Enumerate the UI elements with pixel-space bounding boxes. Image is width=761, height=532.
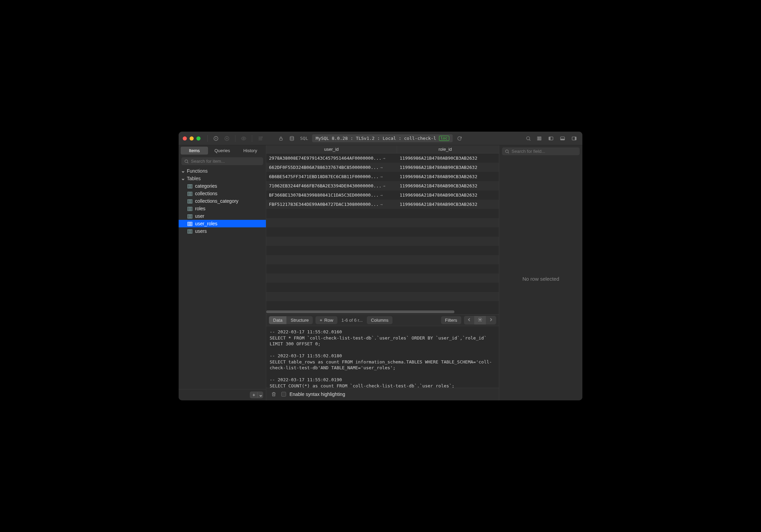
arrow-right-icon: → bbox=[380, 202, 383, 207]
sidebar-tabs: Items Queries History bbox=[179, 145, 266, 156]
grid-body[interactable]: 2978A38008E74E979143C457951464AF0000000.… bbox=[266, 154, 499, 309]
column-header-user_id[interactable]: user_id bbox=[266, 145, 397, 153]
cell-user-id[interactable]: 6B6BE5475FF3471EBD18D87EC6C8B11F000000..… bbox=[266, 174, 397, 179]
arrow-right-icon: → bbox=[380, 174, 383, 179]
tree-item-roles[interactable]: roles bbox=[179, 205, 266, 212]
arrow-right-icon: → bbox=[383, 156, 385, 161]
table-row[interactable]: 662DF0F55D324B06A7886337674BC850000000..… bbox=[266, 163, 499, 172]
cell-role-id[interactable]: 11996986A21B4780AB90CB3AB2632 bbox=[397, 165, 493, 170]
eye-icon[interactable] bbox=[240, 134, 248, 143]
bolt-icon[interactable] bbox=[212, 134, 220, 143]
grid-header: user_idrole_id bbox=[266, 145, 499, 154]
tree-item-collections_category[interactable]: collections_category bbox=[179, 197, 266, 205]
data-structure-segment: Data Structure bbox=[269, 316, 313, 324]
column-header-role_id[interactable]: role_id bbox=[397, 145, 493, 153]
syntax-highlight-checkbox[interactable] bbox=[281, 392, 286, 397]
next-page-button[interactable] bbox=[486, 316, 496, 324]
lock-icon[interactable] bbox=[277, 134, 285, 143]
cell-role-id[interactable]: 11996986A21B4780AB90CB3AB2632 bbox=[397, 202, 493, 207]
scrollbar-thumb[interactable] bbox=[266, 310, 454, 313]
segment-data[interactable]: Data bbox=[269, 316, 286, 324]
trash-icon[interactable] bbox=[270, 390, 278, 398]
sidebar-tree: Functions Tables categoriescollectionsco… bbox=[179, 167, 266, 389]
empty-row bbox=[266, 283, 499, 292]
tree-item-categories[interactable]: categories bbox=[179, 182, 266, 190]
svg-rect-20 bbox=[188, 215, 192, 218]
tree-item-user[interactable]: user bbox=[179, 212, 266, 220]
tree-group-tables[interactable]: Tables bbox=[179, 175, 266, 182]
filters-button[interactable]: Filters bbox=[441, 316, 461, 324]
cell-user-id[interactable]: BF366BE1307B48399880841C1DA5C3ED000000..… bbox=[266, 192, 397, 198]
database-icon[interactable] bbox=[288, 134, 296, 143]
search-icon[interactable] bbox=[524, 134, 532, 143]
tree-group-label: Tables bbox=[187, 176, 201, 181]
table-row[interactable]: BF366BE1307B48399880841C1DA5C3ED000000..… bbox=[266, 190, 499, 200]
svg-rect-14 bbox=[575, 137, 576, 140]
svg-rect-22 bbox=[188, 230, 192, 234]
sql-log[interactable]: -- 2022-03-17 11:55:02.0160 SELECT * FRO… bbox=[266, 326, 499, 388]
panel-bottom-icon[interactable] bbox=[558, 134, 567, 143]
svg-rect-6 bbox=[538, 137, 539, 140]
details-search-input[interactable] bbox=[512, 149, 577, 154]
indent-icon[interactable] bbox=[256, 134, 265, 143]
svg-point-5 bbox=[527, 136, 530, 139]
close-window-button[interactable] bbox=[183, 136, 187, 141]
connection-text: MySQL 8.0.28 : TLSv1.2 : Local : coll-ch… bbox=[315, 136, 436, 141]
panel-columns-icon[interactable] bbox=[535, 134, 543, 143]
cell-user-id[interactable]: 71062EB3244F466FB76BA2E3394DE0430000000.… bbox=[266, 183, 397, 188]
tree-group-label: Functions bbox=[187, 168, 208, 174]
table-row[interactable]: 2978A38008E74E979143C457951464AF0000000.… bbox=[266, 154, 499, 163]
horizontal-scrollbar[interactable] bbox=[266, 309, 499, 314]
panel-left-icon[interactable] bbox=[547, 134, 555, 143]
svg-point-15 bbox=[185, 160, 188, 162]
arrow-right-icon: → bbox=[380, 165, 383, 170]
svg-rect-7 bbox=[539, 137, 540, 140]
sidebar-search[interactable] bbox=[181, 157, 263, 165]
tree-item-user_roles[interactable]: user_roles bbox=[179, 220, 266, 227]
empty-row bbox=[266, 255, 499, 264]
tree-item-collections[interactable]: collections bbox=[179, 190, 266, 197]
search-icon bbox=[184, 159, 189, 164]
cancel-icon[interactable] bbox=[223, 134, 231, 143]
sidebar-tab-history[interactable]: History bbox=[236, 147, 264, 155]
sidebar-tab-queries[interactable]: Queries bbox=[209, 147, 236, 155]
svg-point-4 bbox=[290, 136, 294, 138]
tree-group-functions[interactable]: Functions bbox=[179, 167, 266, 175]
svg-rect-18 bbox=[188, 200, 192, 203]
minimize-window-button[interactable] bbox=[190, 136, 194, 141]
search-icon bbox=[505, 149, 510, 154]
panel-right-icon[interactable] bbox=[570, 134, 578, 143]
sidebar-search-input[interactable] bbox=[191, 159, 260, 164]
table-icon bbox=[188, 214, 192, 218]
cell-role-id[interactable]: 11996986A21B4780AB90CB3AB2632 bbox=[397, 174, 493, 179]
sidebar-tab-items[interactable]: Items bbox=[181, 147, 208, 155]
cell-role-id[interactable]: 11996986A21B4780AB90CB3AB2632 bbox=[397, 183, 493, 188]
cell-role-id[interactable]: 11996986A21B4780AB90CB3AB2632 bbox=[397, 192, 493, 198]
separator bbox=[207, 135, 208, 142]
cell-user-id[interactable]: 662DF0F55D324B06A7886337674BC850000000..… bbox=[266, 165, 397, 170]
maximize-window-button[interactable] bbox=[196, 136, 201, 141]
mid-toolbar: Data Structure + Row 1-6 of 6 r... Colum… bbox=[266, 314, 499, 326]
table-row[interactable]: 6B6BE5475FF3471EBD18D87EC6C8B11F000000..… bbox=[266, 172, 499, 181]
add-row-button[interactable]: + Row bbox=[315, 316, 337, 324]
columns-button[interactable]: Columns bbox=[367, 316, 392, 324]
bottom-bar: Enable syntax highlighting bbox=[266, 388, 499, 400]
details-search[interactable] bbox=[502, 147, 580, 155]
cell-user-id[interactable]: 2978A38008E74E979143C457951464AF0000000.… bbox=[266, 156, 397, 161]
plus-icon: + bbox=[251, 392, 257, 398]
table-row[interactable]: 71062EB3244F466FB76BA2E3394DE0430000000.… bbox=[266, 181, 499, 190]
table-row[interactable]: FBF5121783E344DE99A0B4727DAC1308000000..… bbox=[266, 200, 499, 209]
tree-item-users[interactable]: users bbox=[179, 227, 266, 235]
add-row-label: Row bbox=[324, 318, 333, 323]
connection-bar[interactable]: MySQL 8.0.28 : TLSv1.2 : Local : coll-ch… bbox=[312, 134, 452, 142]
cell-role-id[interactable]: 11996986A21B4780AB90CB3AB2632 bbox=[397, 156, 493, 161]
no-row-selected: No row selected bbox=[499, 157, 582, 400]
cell-user-id[interactable]: FBF5121783E344DE99A0B4727DAC1308000000..… bbox=[266, 202, 397, 207]
prev-page-button[interactable] bbox=[464, 316, 474, 324]
segment-structure[interactable]: Structure bbox=[286, 316, 313, 324]
empty-row bbox=[266, 218, 499, 227]
svg-point-24 bbox=[505, 150, 508, 152]
settings-button[interactable] bbox=[474, 316, 486, 324]
add-item-button[interactable]: + bbox=[250, 391, 263, 398]
refresh-icon[interactable] bbox=[455, 134, 464, 143]
